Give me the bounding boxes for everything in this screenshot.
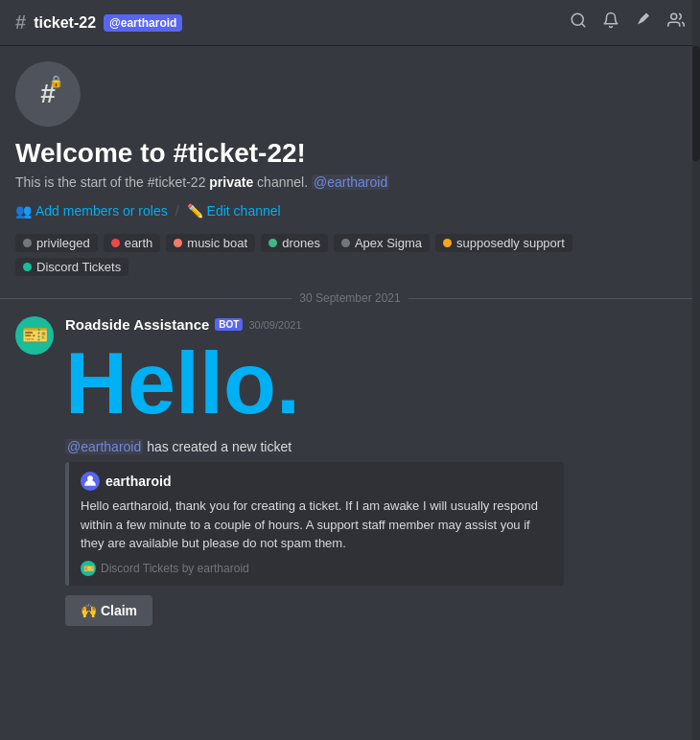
role-label-supposedly-support: supposedly support — [456, 236, 565, 250]
role-dot-discord-tickets — [23, 263, 32, 271]
add-members-label: Add members or roles — [35, 203, 168, 219]
bell-icon[interactable] — [602, 12, 619, 34]
hello-text: Hello. — [65, 336, 685, 431]
role-dot-supposedly-support — [443, 239, 452, 247]
embed-author-avatar — [81, 472, 100, 491]
role-label-drones: drones — [282, 236, 320, 250]
mention-eartharoid: @eartharoid — [312, 174, 389, 190]
role-tag-privileged[interactable]: privileged — [15, 234, 98, 252]
action-divider: / — [175, 203, 179, 219]
channel-header: # ticket-22 @eartharoid — [0, 0, 700, 46]
role-dot-privileged — [23, 239, 32, 247]
embed-footer-text: Discord Tickets by eartharoid — [101, 562, 249, 575]
header-icon-group — [570, 12, 685, 34]
role-dot-drones — [268, 239, 277, 247]
claim-button-label: 🙌 Claim — [81, 603, 137, 618]
edit-channel-link[interactable]: ✏️ Edit channel — [187, 203, 281, 219]
scrollbar-thumb[interactable] — [692, 46, 700, 161]
bot-tag: BOT — [215, 318, 243, 331]
message-time: 30/09/2021 — [248, 319, 301, 331]
channel-welcome: #🔒 Welcome to #ticket-22! This is the st… — [0, 46, 700, 276]
role-label-apex-sigma: Apex Sigma — [355, 236, 422, 250]
ticket-icon: 🎫 — [22, 323, 48, 348]
user-tag: @eartharoid — [104, 14, 182, 32]
ticket-created-text: has created a new ticket — [147, 439, 292, 454]
role-tag-apex-sigma[interactable]: Apex Sigma — [334, 234, 430, 252]
embed-author-name: eartharoid — [105, 474, 171, 489]
embed-author: eartharoid — [81, 472, 552, 491]
scrollbar[interactable] — [692, 0, 700, 740]
edit-channel-icon: ✏️ — [187, 203, 203, 219]
search-icon[interactable] — [570, 12, 587, 34]
role-tag-discord-tickets[interactable]: Discord Tickets — [15, 258, 128, 276]
pin-icon[interactable] — [635, 12, 652, 34]
welcome-title: Welcome to #ticket-22! — [15, 138, 685, 169]
embed: eartharoid Hello eartharoid, thank you f… — [65, 462, 564, 586]
bot-message: 🎫 Roadside Assistance BOT 30/09/2021 Hel… — [15, 316, 685, 626]
ticket-created-line: @eartharoid has created a new ticket — [65, 439, 685, 454]
private-label: private — [209, 174, 253, 190]
bot-avatar: 🎫 — [15, 316, 54, 355]
message-author: Roadside Assistance — [65, 316, 209, 333]
ticket-footer-icon: 🎫 — [83, 564, 94, 573]
edit-channel-label: Edit channel — [207, 203, 281, 219]
date-divider: 30 September 2021 — [0, 291, 700, 305]
embed-body-text: Hello eartharoid, thank you for creating… — [81, 497, 552, 553]
embed-footer-icon: 🎫 — [81, 561, 96, 576]
role-label-discord-tickets: Discord Tickets — [36, 260, 121, 274]
role-dot-music-boat — [174, 239, 182, 247]
welcome-description: This is the start of the #ticket-22 priv… — [15, 174, 685, 190]
action-links: 👥 Add members or roles / ✏️ Edit channel — [15, 203, 685, 219]
role-tag-earth[interactable]: earth — [104, 234, 161, 252]
add-members-icon: 👥 — [15, 203, 32, 219]
role-label-privileged: privileged — [36, 236, 90, 250]
messages-area: 🎫 Roadside Assistance BOT 30/09/2021 Hel… — [0, 316, 700, 626]
svg-line-1 — [581, 23, 584, 26]
role-tag-drones[interactable]: drones — [261, 234, 328, 252]
claim-button[interactable]: 🙌 Claim — [65, 595, 152, 626]
add-members-link[interactable]: 👥 Add members or roles — [15, 203, 168, 219]
ticket-mention: @eartharoid — [65, 439, 143, 454]
channel-name: ticket-22 — [34, 14, 96, 32]
role-tag-music-boat[interactable]: music boat — [166, 234, 255, 252]
hash-lock-icon: #🔒 — [40, 79, 56, 109]
message-body: Roadside Assistance BOT 30/09/2021 Hello… — [65, 316, 685, 626]
channel-icon: #🔒 — [15, 61, 81, 127]
role-label-music-boat: music boat — [187, 236, 247, 250]
members-icon[interactable] — [667, 12, 685, 34]
role-dot-earth — [111, 239, 120, 247]
role-tag-supposedly-support[interactable]: supposedly support — [435, 234, 572, 252]
svg-point-2 — [671, 13, 677, 19]
date-label: 30 September 2021 — [299, 291, 400, 305]
message-header: Roadside Assistance BOT 30/09/2021 — [65, 316, 685, 333]
hash-icon: # — [15, 12, 26, 34]
roles-row: privilegedearthmusic boatdronesApex Sigm… — [15, 234, 685, 276]
role-label-earth: earth — [125, 236, 153, 250]
embed-footer: 🎫 Discord Tickets by eartharoid — [81, 561, 552, 576]
role-dot-apex-sigma — [341, 239, 350, 247]
